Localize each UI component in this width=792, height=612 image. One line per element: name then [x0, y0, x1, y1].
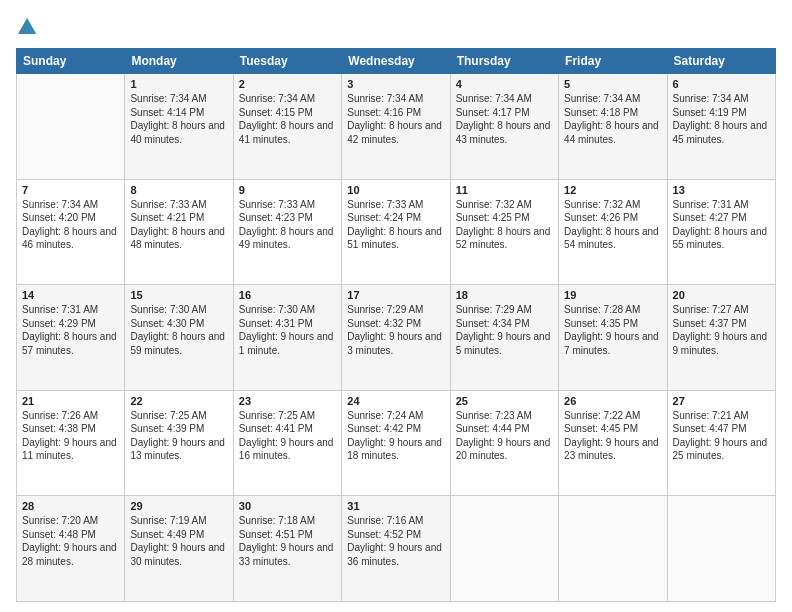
daylight: Daylight: 8 hours and 49 minutes. [239, 226, 334, 251]
sunrise: Sunrise: 7:25 AM [130, 410, 206, 421]
sunset: Sunset: 4:20 PM [22, 212, 96, 223]
calendar-day-cell: 24 Sunrise: 7:24 AM Sunset: 4:42 PM Dayl… [342, 390, 450, 496]
logo [16, 16, 40, 38]
sunrise: Sunrise: 7:29 AM [347, 304, 423, 315]
daylight: Daylight: 8 hours and 57 minutes. [22, 331, 117, 356]
day-number: 22 [130, 395, 227, 407]
calendar-day-cell: 2 Sunrise: 7:34 AM Sunset: 4:15 PM Dayli… [233, 74, 341, 180]
day-info: Sunrise: 7:26 AM Sunset: 4:38 PM Dayligh… [22, 409, 119, 463]
calendar-day-cell: 6 Sunrise: 7:34 AM Sunset: 4:19 PM Dayli… [667, 74, 775, 180]
daylight: Daylight: 9 hours and 28 minutes. [22, 542, 117, 567]
sunrise: Sunrise: 7:33 AM [239, 199, 315, 210]
day-number: 16 [239, 289, 336, 301]
page-container: SundayMondayTuesdayWednesdayThursdayFrid… [0, 0, 792, 612]
calendar-table: SundayMondayTuesdayWednesdayThursdayFrid… [16, 48, 776, 602]
day-number: 31 [347, 500, 444, 512]
sunset: Sunset: 4:51 PM [239, 529, 313, 540]
sunset: Sunset: 4:23 PM [239, 212, 313, 223]
day-info: Sunrise: 7:27 AM Sunset: 4:37 PM Dayligh… [673, 303, 770, 357]
calendar-day-cell: 21 Sunrise: 7:26 AM Sunset: 4:38 PM Dayl… [17, 390, 125, 496]
day-number: 11 [456, 184, 553, 196]
calendar-day-cell: 25 Sunrise: 7:23 AM Sunset: 4:44 PM Dayl… [450, 390, 558, 496]
daylight: Daylight: 9 hours and 13 minutes. [130, 437, 225, 462]
sunrise: Sunrise: 7:31 AM [673, 199, 749, 210]
calendar-day-cell: 22 Sunrise: 7:25 AM Sunset: 4:39 PM Dayl… [125, 390, 233, 496]
sunset: Sunset: 4:49 PM [130, 529, 204, 540]
day-info: Sunrise: 7:29 AM Sunset: 4:32 PM Dayligh… [347, 303, 444, 357]
day-number: 28 [22, 500, 119, 512]
calendar-day-cell: 11 Sunrise: 7:32 AM Sunset: 4:25 PM Dayl… [450, 179, 558, 285]
day-number: 21 [22, 395, 119, 407]
calendar-day-cell: 28 Sunrise: 7:20 AM Sunset: 4:48 PM Dayl… [17, 496, 125, 602]
calendar-day-cell: 9 Sunrise: 7:33 AM Sunset: 4:23 PM Dayli… [233, 179, 341, 285]
day-info: Sunrise: 7:16 AM Sunset: 4:52 PM Dayligh… [347, 514, 444, 568]
logo-icon [16, 16, 38, 38]
sunset: Sunset: 4:35 PM [564, 318, 638, 329]
daylight: Daylight: 8 hours and 52 minutes. [456, 226, 551, 251]
day-info: Sunrise: 7:28 AM Sunset: 4:35 PM Dayligh… [564, 303, 661, 357]
daylight: Daylight: 8 hours and 54 minutes. [564, 226, 659, 251]
sunset: Sunset: 4:41 PM [239, 423, 313, 434]
calendar-week-row: 14 Sunrise: 7:31 AM Sunset: 4:29 PM Dayl… [17, 285, 776, 391]
daylight: Daylight: 8 hours and 42 minutes. [347, 120, 442, 145]
daylight: Daylight: 9 hours and 3 minutes. [347, 331, 442, 356]
day-number: 29 [130, 500, 227, 512]
calendar-day-header: Thursday [450, 49, 558, 74]
sunset: Sunset: 4:30 PM [130, 318, 204, 329]
daylight: Daylight: 8 hours and 55 minutes. [673, 226, 768, 251]
sunset: Sunset: 4:24 PM [347, 212, 421, 223]
calendar-day-cell: 4 Sunrise: 7:34 AM Sunset: 4:17 PM Dayli… [450, 74, 558, 180]
daylight: Daylight: 9 hours and 33 minutes. [239, 542, 334, 567]
sunrise: Sunrise: 7:25 AM [239, 410, 315, 421]
day-number: 19 [564, 289, 661, 301]
calendar-week-row: 1 Sunrise: 7:34 AM Sunset: 4:14 PM Dayli… [17, 74, 776, 180]
daylight: Daylight: 9 hours and 36 minutes. [347, 542, 442, 567]
sunset: Sunset: 4:29 PM [22, 318, 96, 329]
calendar-day-cell: 20 Sunrise: 7:27 AM Sunset: 4:37 PM Dayl… [667, 285, 775, 391]
daylight: Daylight: 9 hours and 16 minutes. [239, 437, 334, 462]
calendar-week-row: 7 Sunrise: 7:34 AM Sunset: 4:20 PM Dayli… [17, 179, 776, 285]
sunset: Sunset: 4:42 PM [347, 423, 421, 434]
day-number: 25 [456, 395, 553, 407]
sunrise: Sunrise: 7:22 AM [564, 410, 640, 421]
calendar-day-cell [559, 496, 667, 602]
daylight: Daylight: 9 hours and 1 minute. [239, 331, 334, 356]
calendar-week-row: 21 Sunrise: 7:26 AM Sunset: 4:38 PM Dayl… [17, 390, 776, 496]
daylight: Daylight: 8 hours and 45 minutes. [673, 120, 768, 145]
sunrise: Sunrise: 7:16 AM [347, 515, 423, 526]
day-number: 27 [673, 395, 770, 407]
sunset: Sunset: 4:34 PM [456, 318, 530, 329]
day-info: Sunrise: 7:33 AM Sunset: 4:21 PM Dayligh… [130, 198, 227, 252]
sunrise: Sunrise: 7:32 AM [564, 199, 640, 210]
day-number: 23 [239, 395, 336, 407]
daylight: Daylight: 8 hours and 41 minutes. [239, 120, 334, 145]
day-info: Sunrise: 7:33 AM Sunset: 4:23 PM Dayligh… [239, 198, 336, 252]
day-info: Sunrise: 7:32 AM Sunset: 4:26 PM Dayligh… [564, 198, 661, 252]
day-info: Sunrise: 7:32 AM Sunset: 4:25 PM Dayligh… [456, 198, 553, 252]
calendar-day-cell: 15 Sunrise: 7:30 AM Sunset: 4:30 PM Dayl… [125, 285, 233, 391]
day-number: 18 [456, 289, 553, 301]
daylight: Daylight: 8 hours and 43 minutes. [456, 120, 551, 145]
day-number: 15 [130, 289, 227, 301]
sunrise: Sunrise: 7:30 AM [130, 304, 206, 315]
sunrise: Sunrise: 7:34 AM [673, 93, 749, 104]
sunrise: Sunrise: 7:29 AM [456, 304, 532, 315]
day-number: 9 [239, 184, 336, 196]
day-info: Sunrise: 7:24 AM Sunset: 4:42 PM Dayligh… [347, 409, 444, 463]
sunrise: Sunrise: 7:31 AM [22, 304, 98, 315]
calendar-day-cell [450, 496, 558, 602]
sunset: Sunset: 4:44 PM [456, 423, 530, 434]
day-info: Sunrise: 7:34 AM Sunset: 4:19 PM Dayligh… [673, 92, 770, 146]
sunset: Sunset: 4:14 PM [130, 107, 204, 118]
day-info: Sunrise: 7:34 AM Sunset: 4:15 PM Dayligh… [239, 92, 336, 146]
calendar-day-header: Friday [559, 49, 667, 74]
day-number: 14 [22, 289, 119, 301]
calendar-header-row: SundayMondayTuesdayWednesdayThursdayFrid… [17, 49, 776, 74]
day-info: Sunrise: 7:25 AM Sunset: 4:39 PM Dayligh… [130, 409, 227, 463]
calendar-day-header: Wednesday [342, 49, 450, 74]
day-number: 7 [22, 184, 119, 196]
calendar-day-cell: 23 Sunrise: 7:25 AM Sunset: 4:41 PM Dayl… [233, 390, 341, 496]
sunset: Sunset: 4:15 PM [239, 107, 313, 118]
sunrise: Sunrise: 7:34 AM [456, 93, 532, 104]
sunset: Sunset: 4:25 PM [456, 212, 530, 223]
